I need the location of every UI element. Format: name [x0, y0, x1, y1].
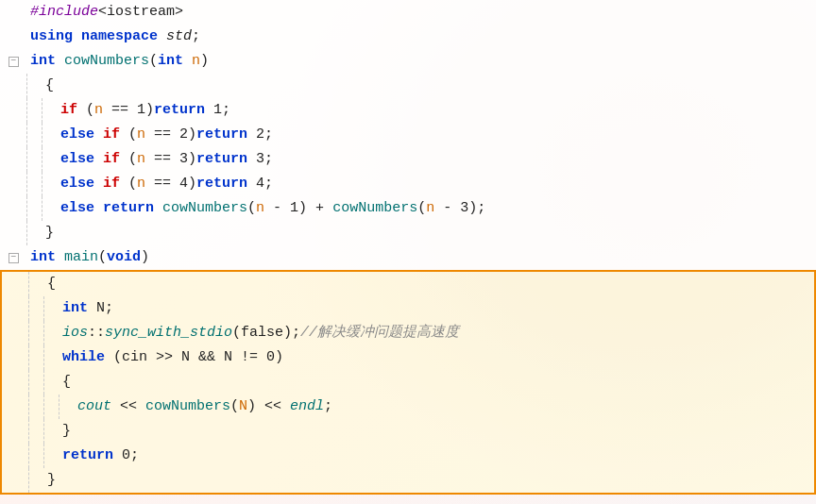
token: (	[417, 200, 426, 216]
token: int	[30, 249, 56, 265]
indent-guide	[42, 98, 57, 123]
indent-guide	[43, 321, 59, 345]
line-gutter	[0, 196, 26, 221]
code-area: else if (n == 2)return 2;	[57, 123, 816, 147]
token	[183, 53, 192, 69]
token: void	[107, 249, 141, 265]
code-line: {	[2, 272, 814, 296]
code-line: − int cowNumbers(int n)	[0, 49, 816, 74]
token: - 3);	[434, 200, 485, 216]
line-gutter	[2, 419, 28, 444]
code-area: int N;	[59, 296, 814, 321]
code-area: return 0;	[59, 444, 814, 468]
line-gutter	[0, 98, 26, 123]
token: n	[137, 151, 145, 167]
code-area: int cowNumbers(int n)	[26, 49, 816, 74]
token: N	[239, 398, 247, 414]
code-area: ios::sync_with_stdio(false);//解决缓冲问题提高速度	[59, 321, 814, 345]
token: == 3)	[145, 151, 196, 167]
token: else	[60, 200, 94, 216]
indent-guide	[43, 444, 59, 468]
token: == 4)	[145, 176, 196, 192]
token: cowNumbers	[162, 200, 247, 216]
line-gutter	[0, 0, 26, 25]
token: n	[137, 126, 145, 143]
token: cowNumbers	[332, 200, 417, 216]
token: ios	[62, 325, 88, 341]
indent-guide	[26, 196, 42, 221]
highlighted-block: {int N;ios::sync_with_stdio(false);//解决缓…	[0, 270, 816, 495]
token: sync_with_stdio	[105, 325, 232, 341]
indent-guide	[26, 123, 42, 147]
token: )	[141, 249, 149, 265]
token: main	[64, 249, 98, 265]
token: (	[230, 398, 239, 414]
indent-guide	[28, 296, 43, 321]
token: while	[62, 349, 105, 365]
indent-guide	[42, 172, 57, 196]
code-line: else if (n == 2)return 2;	[0, 123, 816, 147]
indent-guide	[28, 272, 43, 296]
token: else	[60, 151, 94, 167]
code-area: {	[59, 370, 814, 395]
code-line: #include<iostream>	[0, 0, 816, 25]
token: }	[62, 423, 71, 439]
token: <<	[111, 398, 145, 414]
code-area: else return cowNumbers(n - 1) + cowNumbe…	[57, 196, 816, 221]
token	[94, 126, 103, 143]
token: #include	[30, 4, 98, 20]
token: ) <<	[247, 398, 290, 414]
token: 3;	[247, 151, 273, 167]
code-content: #include<iostream>using namespace std; −…	[0, 0, 816, 495]
token: if	[103, 176, 120, 192]
indent-guide	[26, 221, 42, 245]
token: (	[120, 176, 137, 192]
token: ;	[192, 28, 200, 44]
code-line: else if (n == 4)return 4;	[0, 172, 816, 196]
indent-guide	[43, 419, 59, 444]
code-line: }	[2, 468, 814, 493]
token	[94, 200, 103, 216]
token: cin	[122, 349, 147, 365]
line-gutter	[0, 221, 26, 245]
indent-guide	[28, 419, 43, 444]
token: return	[154, 102, 205, 118]
code-line: else if (n == 3)return 3;	[0, 147, 816, 172]
token: (	[149, 53, 158, 69]
token: return	[196, 176, 247, 192]
token: (	[120, 126, 137, 143]
token: (false);	[232, 325, 300, 341]
token: if	[103, 151, 120, 167]
code-area: }	[59, 419, 814, 444]
indent-guide	[28, 395, 43, 419]
token: return	[103, 200, 154, 216]
code-area: }	[42, 221, 816, 245]
code-line: if (n == 1)return 1;	[0, 98, 816, 123]
fold-gutter[interactable]: −	[0, 245, 26, 270]
line-gutter	[2, 321, 28, 345]
fold-gutter[interactable]: −	[0, 49, 26, 74]
code-line: int N;	[2, 296, 814, 321]
code-line: return 0;	[2, 444, 814, 468]
code-line: − int main(void)	[0, 245, 816, 270]
token: {	[45, 77, 54, 93]
line-gutter	[0, 172, 26, 196]
indent-guide	[43, 395, 59, 419]
line-gutter	[0, 74, 26, 98]
token: std	[166, 28, 192, 44]
code-area: else if (n == 3)return 3;	[57, 147, 816, 172]
token: (	[105, 349, 122, 365]
token: ::	[88, 325, 105, 341]
code-area: while (cin >> N && N != 0)	[59, 345, 814, 370]
token: ;	[324, 398, 332, 414]
code-line: }	[2, 419, 814, 444]
token	[56, 53, 64, 69]
token: n	[256, 200, 264, 216]
line-gutter	[2, 345, 28, 370]
token: 0;	[113, 447, 139, 463]
line-gutter	[0, 147, 26, 172]
token: == 2)	[145, 126, 196, 143]
token	[154, 200, 162, 216]
token: return	[196, 151, 247, 167]
indent-guide	[28, 345, 43, 370]
